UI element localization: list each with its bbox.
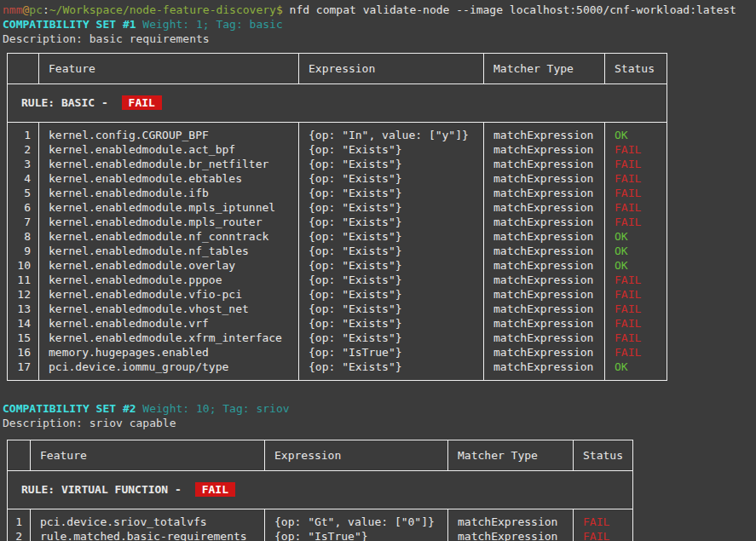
compat-set-1-title-line: COMPATIBILITY SET #1 Weight: 1; Tag: bas…	[3, 17, 756, 32]
row-number-cell: 7	[8, 215, 39, 229]
compat-set-2-title-line: COMPATIBILITY SET #2 Weight: 10; Tag: sr…	[3, 401, 756, 416]
feature-cell: kernel.enabledmodule.overlay	[39, 258, 299, 273]
table-row: 13kernel.enabledmodule.vhost_net{op: "Ex…	[8, 302, 667, 316]
column-header-matcher: Matcher Type	[484, 54, 605, 84]
status-cell: OK	[605, 123, 667, 143]
command-text: nfd compat validate-node --image localho…	[290, 3, 736, 16]
matcher-type-cell: matchExpression	[484, 345, 605, 360]
row-number-cell: 2	[8, 529, 31, 541]
expression-cell: {op: "IsTrue"}	[265, 529, 448, 541]
matcher-type-cell: matchExpression	[484, 142, 605, 157]
table-row: 17pci.device.iommu_group/type{op: "Exist…	[8, 360, 667, 381]
table-row: 5kernel.enabledmodule.ifb{op: "Exists"}m…	[8, 186, 667, 200]
status-cell: FAIL	[605, 316, 667, 331]
expression-cell: {op: "Exists"}	[299, 157, 484, 171]
rule-table-virtual-function: RULE: VIRTUAL FUNCTION - FAIL Feature Ex…	[7, 440, 633, 541]
status-cell: FAIL	[574, 509, 633, 530]
rule-status-badge: FAIL	[122, 95, 162, 110]
feature-cell: kernel.enabledmodule.mpls_router	[39, 215, 299, 229]
row-number-cell: 1	[8, 509, 31, 530]
expression-cell: {op: "Exists"}	[299, 244, 484, 258]
row-number-cell: 16	[8, 345, 39, 360]
row-number-cell: 11	[8, 273, 39, 287]
matcher-type-cell: matchExpression	[448, 529, 574, 541]
table-row: 15kernel.enabledmodule.xfrm_interface{op…	[8, 331, 667, 345]
row-number-cell: 1	[8, 123, 39, 143]
status-cell: FAIL	[605, 200, 667, 215]
matcher-type-cell: matchExpression	[484, 186, 605, 200]
compat-set-1-title: COMPATIBILITY SET #1	[3, 18, 136, 31]
status-cell: FAIL	[605, 345, 667, 360]
expression-cell: {op: "Exists"}	[299, 302, 484, 316]
column-header-status: Status	[605, 54, 667, 84]
feature-cell: rule.matched.basic-requirements	[31, 529, 265, 541]
matcher-type-cell: matchExpression	[484, 123, 605, 143]
column-header-feature: Feature	[39, 54, 299, 84]
expression-cell: {op: "In", value: ["y"]}	[299, 123, 484, 143]
status-cell: FAIL	[605, 215, 667, 229]
feature-cell: kernel.enabledmodule.act_bpf	[39, 142, 299, 157]
rule-title: RULE: VIRTUAL FUNCTION - FAIL	[8, 471, 633, 509]
feature-cell: kernel.enabledmodule.ifb	[39, 186, 299, 200]
matcher-type-cell: matchExpression	[484, 287, 605, 302]
feature-cell: kernel.enabledmodule.ebtables	[39, 171, 299, 186]
feature-cell: kernel.enabledmodule.mpls_iptunnel	[39, 200, 299, 215]
expression-cell: {op: "Exists"}	[299, 360, 484, 381]
row-number-cell: 6	[8, 200, 39, 215]
matcher-type-cell: matchExpression	[484, 229, 605, 244]
row-number-cell: 13	[8, 302, 39, 316]
prompt-dollar: $	[276, 3, 290, 16]
table-row: 1pci.device.sriov_totalvfs{op: "Gt", val…	[8, 509, 633, 530]
feature-cell: kernel.enabledmodule.nf_conntrack	[39, 229, 299, 244]
matcher-type-cell: matchExpression	[484, 273, 605, 287]
column-header-feature: Feature	[31, 440, 265, 471]
prompt-host: pc	[29, 3, 43, 16]
compat-set-2-meta: Weight: 10; Tag: sriov	[136, 402, 290, 415]
matcher-type-cell: matchExpression	[484, 258, 605, 273]
expression-cell: {op: "Exists"}	[299, 200, 484, 215]
matcher-type-cell: matchExpression	[484, 200, 605, 215]
row-number-cell: 12	[8, 287, 39, 302]
table-row: 16memory.hugepages.enabled{op: "IsTrue"}…	[8, 345, 667, 360]
feature-cell: kernel.enabledmodule.xfrm_interface	[39, 331, 299, 345]
rule-table-basic: RULE: BASIC - FAIL Feature Expression Ma…	[7, 53, 667, 381]
table-row: 14kernel.enabledmodule.vrf{op: "Exists"}…	[8, 316, 667, 331]
compat-set-2-title: COMPATIBILITY SET #2	[3, 402, 136, 415]
row-number-cell: 4	[8, 171, 39, 186]
expression-cell: {op: "Gt", value: ["0"]}	[265, 509, 448, 530]
matcher-type-cell: matchExpression	[484, 316, 605, 331]
matcher-type-cell: matchExpression	[484, 331, 605, 345]
matcher-type-cell: matchExpression	[484, 215, 605, 229]
expression-cell: {op: "Exists"}	[299, 142, 484, 157]
feature-cell: pci.device.iommu_group/type	[39, 360, 299, 381]
table-row: 10kernel.enabledmodule.overlay{op: "Exis…	[8, 258, 667, 273]
table-row: 8kernel.enabledmodule.nf_conntrack{op: "…	[8, 229, 667, 244]
expression-cell: {op: "Exists"}	[299, 287, 484, 302]
status-cell: OK	[605, 244, 667, 258]
status-cell: FAIL	[605, 157, 667, 171]
prompt-path: ~/Workspace/node-feature-discovery	[49, 3, 276, 16]
column-header-expression: Expression	[265, 440, 448, 471]
feature-cell: kernel.enabledmodule.vfio-pci	[39, 287, 299, 302]
matcher-type-cell: matchExpression	[484, 302, 605, 316]
compat-set-1-meta: Weight: 1; Tag: basic	[136, 18, 283, 31]
row-number-cell: 2	[8, 142, 39, 157]
column-header-num	[8, 54, 39, 84]
row-number-cell: 8	[8, 229, 39, 244]
status-cell: FAIL	[605, 186, 667, 200]
row-number-cell: 5	[8, 186, 39, 200]
rule-header-row: RULE: BASIC - FAIL	[8, 84, 667, 123]
matcher-type-cell: matchExpression	[448, 509, 574, 530]
rule-header-row: RULE: VIRTUAL FUNCTION - FAIL	[8, 471, 633, 509]
rule-status-badge: FAIL	[195, 482, 235, 497]
row-number-cell: 10	[8, 258, 39, 273]
prompt-user: nmm	[3, 3, 22, 16]
expression-cell: {op: "Exists"}	[299, 258, 484, 273]
matcher-type-cell: matchExpression	[484, 244, 605, 258]
column-header-status: Status	[574, 440, 633, 471]
column-header-num	[8, 440, 31, 471]
row-number-cell: 9	[8, 244, 39, 258]
feature-cell: kernel.enabledmodule.nf_tables	[39, 244, 299, 258]
row-number-cell: 15	[8, 331, 39, 345]
feature-cell: pci.device.sriov_totalvfs	[31, 509, 265, 530]
